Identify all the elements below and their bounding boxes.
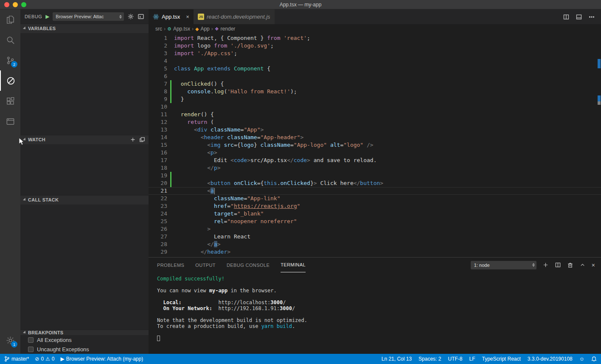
more-actions-icon[interactable] xyxy=(588,14,595,20)
feedback-smiley-icon[interactable]: ☺ xyxy=(579,356,584,362)
language-mode-status[interactable]: TypeScript React xyxy=(482,356,520,362)
call-stack-section-title: CALL STACK xyxy=(28,197,59,202)
encoding-status[interactable]: UTF-8 xyxy=(448,356,462,362)
code-line-20[interactable]: 20 <button onClick={this.onClicked}> Cli… xyxy=(149,179,601,187)
code-line-6[interactable]: 6 xyxy=(149,73,601,80)
problems-status[interactable]: ⊘ 0 ⚠ 0 xyxy=(35,356,54,362)
breakpoint-uncaught-exceptions[interactable]: Uncaught Exceptions xyxy=(20,344,149,354)
code-line-25[interactable]: 25 rel="noopener noreferrer" xyxy=(149,218,601,225)
watch-section-header[interactable]: WATCH xyxy=(20,135,149,144)
code-line-23[interactable]: 23 href="https://reactjs.org" xyxy=(149,202,601,210)
cursor-position-status[interactable]: Ln 21, Col 13 xyxy=(382,356,412,362)
code-line-13[interactable]: 13 <div className="App"> xyxy=(149,126,601,134)
variables-section-header[interactable]: VARIABLES xyxy=(20,24,149,33)
code-line-2[interactable]: 2import logo from './logo.svg'; xyxy=(149,42,601,50)
code-line-24[interactable]: 24 target="_blank" xyxy=(149,210,601,218)
code-lines: 1import React, { Component } from 'react… xyxy=(149,34,601,256)
watch-body[interactable] xyxy=(20,144,149,195)
code-line-19[interactable]: 19 xyxy=(149,172,601,179)
code-line-12[interactable]: 12 return ( xyxy=(149,118,601,126)
code-line-26[interactable]: 26 > xyxy=(149,225,601,233)
call-stack-section-header[interactable]: CALL STACK xyxy=(20,195,149,204)
tab-debug-console[interactable]: DEBUG CONSOLE xyxy=(227,258,270,272)
breakpoint-all-exceptions[interactable]: All Exceptions xyxy=(20,335,149,344)
indentation-status[interactable]: Spaces: 2 xyxy=(418,356,441,362)
code-line-11[interactable]: 11 render() { xyxy=(149,111,601,118)
source-control-icon[interactable]: 2 xyxy=(0,50,20,70)
select-arrows-icon xyxy=(119,15,122,19)
code-line-28[interactable]: 28 </a> xyxy=(149,241,601,248)
open-debug-console-icon[interactable] xyxy=(138,13,144,20)
code-line-15[interactable]: 15 <img src={logo} className="App-logo" … xyxy=(149,141,601,149)
notifications-bell-icon[interactable] xyxy=(591,356,597,362)
code-line-7[interactable]: 7 onClicked() { xyxy=(149,80,601,88)
tab-terminal[interactable]: TERMINAL xyxy=(281,258,306,272)
extensions-icon[interactable] xyxy=(0,91,20,111)
debug-settings-gear-icon[interactable] xyxy=(127,13,134,20)
panel-tab-bar: PROBLEMS OUTPUT DEBUG CONSOLE TERMINAL 1… xyxy=(149,258,601,272)
typescript-version-status[interactable]: 3.3.0-dev.20190108 xyxy=(528,356,573,362)
line-content: href="https://reactjs.org" xyxy=(174,202,601,210)
watch-section: WATCH xyxy=(20,135,149,195)
gutter xyxy=(169,103,174,111)
code-line-27[interactable]: 27 Learn React xyxy=(149,233,601,241)
code-line-10[interactable]: 10 xyxy=(149,103,601,111)
explorer-icon[interactable] xyxy=(0,9,20,30)
split-terminal-icon[interactable] xyxy=(555,262,561,268)
breakpoints-section-header[interactable]: BREAKPOINTS xyxy=(20,330,149,335)
code-editor[interactable]: 1import React, { Component } from 'react… xyxy=(149,34,601,257)
git-branch-status[interactable]: master* xyxy=(4,356,29,362)
breadcrumb-src[interactable]: src xyxy=(155,26,162,32)
close-panel-icon[interactable]: × xyxy=(592,262,595,269)
debug-config-select[interactable]: Browser Preview: Attac xyxy=(53,12,124,21)
line-number: 24 xyxy=(149,210,169,218)
terminal-instance-select[interactable]: 1: node xyxy=(471,261,536,269)
debug-icon[interactable] xyxy=(0,70,20,91)
code-line-18[interactable]: 18 </p> xyxy=(149,164,601,172)
tab-output[interactable]: OUTPUT xyxy=(195,258,216,272)
code-line-22[interactable]: 22 className="App-link" xyxy=(149,195,601,202)
toggle-layout-icon[interactable] xyxy=(576,14,582,20)
checkbox-icon[interactable] xyxy=(28,337,34,343)
browser-preview-icon[interactable] xyxy=(0,111,20,132)
line-number: 28 xyxy=(149,241,169,248)
code-line-16[interactable]: 16 <p> xyxy=(149,149,601,157)
variables-body[interactable] xyxy=(20,33,149,135)
code-line-29[interactable]: 29 </header> xyxy=(149,248,601,256)
tab-app-tsx[interactable]: App.tsx × xyxy=(149,9,194,24)
breadcrumb-render-method[interactable]: ❖ render xyxy=(215,26,236,32)
eol-status[interactable]: LF xyxy=(469,356,475,362)
terminal-line xyxy=(157,335,601,341)
code-line-21[interactable]: 21 <a xyxy=(149,187,601,195)
watch-section-title: WATCH xyxy=(28,137,45,142)
breadcrumb-app-class[interactable]: ◆ App xyxy=(195,26,210,32)
code-line-17[interactable]: 17 Edit <code>src/App.tsx</code> and sav… xyxy=(149,157,601,164)
add-watch-expression-icon[interactable] xyxy=(130,137,136,143)
debug-status[interactable]: ▶ Browser Preview: Attach (my-app) xyxy=(61,356,143,362)
settings-gear-icon[interactable]: 1 xyxy=(0,330,20,350)
search-icon[interactable] xyxy=(0,30,20,50)
breadcrumb-app-tsx[interactable]: ⚙ App.tsx xyxy=(167,26,190,32)
terminal[interactable]: Compiled successfully!You can now view m… xyxy=(149,272,601,354)
tab-react-dom-development-js[interactable]: JS react-dom.development.js xyxy=(194,9,275,24)
kill-terminal-trash-icon[interactable] xyxy=(567,262,573,268)
code-line-5[interactable]: 5class App extends Component { xyxy=(149,65,601,73)
overview-ruler[interactable] xyxy=(597,34,601,257)
code-line-3[interactable]: 3import './App.css'; xyxy=(149,50,601,57)
code-line-4[interactable]: 4 xyxy=(149,57,601,65)
variables-section: VARIABLES xyxy=(20,24,149,135)
code-line-9[interactable]: 9 } xyxy=(149,95,601,103)
code-line-8[interactable]: 8 console.log('Hallo from React!'); xyxy=(149,88,601,95)
warning-count: 0 xyxy=(52,356,55,362)
call-stack-body[interactable] xyxy=(20,204,149,330)
collapse-all-icon[interactable] xyxy=(139,137,145,143)
code-line-1[interactable]: 1import React, { Component } from 'react… xyxy=(149,34,601,42)
split-editor-icon[interactable] xyxy=(563,14,570,20)
start-debug-button[interactable]: ▶ xyxy=(45,14,49,20)
new-terminal-icon[interactable] xyxy=(542,262,549,268)
tab-problems[interactable]: PROBLEMS xyxy=(157,258,184,272)
checkbox-icon[interactable] xyxy=(28,347,34,352)
code-line-14[interactable]: 14 <header className="App-header"> xyxy=(149,134,601,141)
maximize-panel-chevron-icon[interactable] xyxy=(579,262,586,268)
close-tab-icon[interactable]: × xyxy=(186,14,189,20)
